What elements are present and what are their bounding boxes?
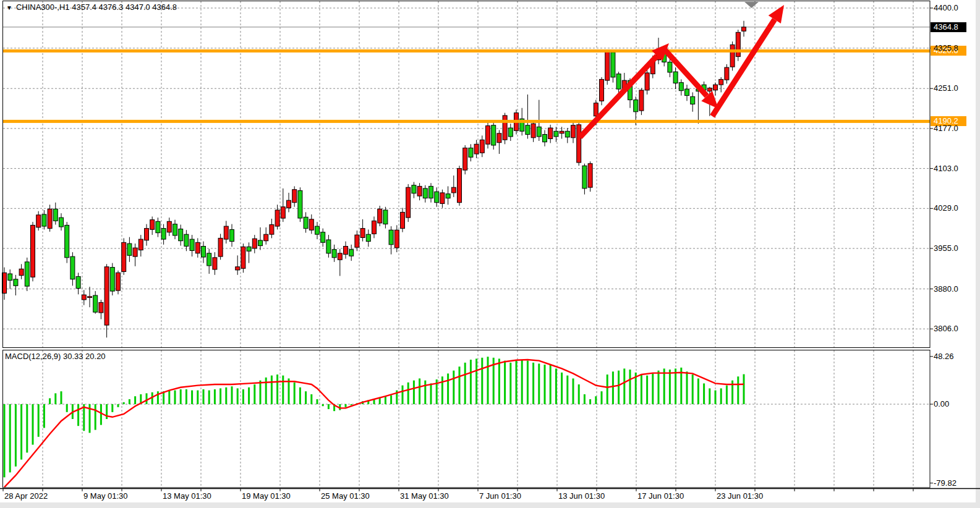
chart-symbol-title: ▼CHINA300-,H1 4357.4 4376.3 4347.0 4364.…: [6, 2, 177, 12]
time-axis-label: 23 Jun 01:30: [717, 492, 763, 501]
time-axis-label: 31 May 01:30: [400, 492, 449, 501]
price-axis-label: 4325.8: [934, 44, 958, 53]
symbol-ohlc-text: CHINA300-,H1 4357.4 4376.3 4347.0 4364.8: [16, 2, 177, 12]
price-axis-label: 3880.0: [934, 285, 958, 294]
time-axis-label: 28 Apr 2022: [4, 492, 48, 501]
price-axis-label: 4400.0: [934, 4, 958, 12]
price-axis-label: 4103.0: [934, 164, 958, 173]
chart-window: ▼CHINA300-,H1 4357.4 4376.3 4347.0 4364.…: [0, 0, 980, 508]
time-axis-label: 13 Jun 01:30: [558, 492, 605, 501]
macd-axis-label: 48.26: [934, 352, 954, 361]
time-axis-label: 9 May 01:30: [83, 492, 128, 501]
price-axis-label: 4029.0: [934, 204, 958, 213]
time-axis-label: 13 May 01:30: [163, 492, 211, 501]
time-axis-label: 25 May 01:30: [321, 492, 370, 501]
price-axis-label: 3955.0: [934, 244, 958, 253]
symbol-marker-icon: ▼: [6, 4, 12, 11]
bid-price-tag: 4364.8: [931, 22, 966, 32]
time-axis-label: 17 Jun 01:30: [637, 492, 684, 501]
macd-indicator-title: MACD(12,26,9) 30.33 20.20: [5, 352, 106, 361]
time-axis-label: 7 Jun 01:30: [479, 492, 521, 501]
chart-canvas[interactable]: [0, 0, 980, 508]
time-axis-label: 19 May 01:30: [242, 492, 291, 501]
price-axis-label: 4177.0: [934, 124, 958, 133]
macd-axis-label: 0.00: [934, 400, 949, 409]
price-axis-label: 3806.0: [934, 324, 958, 333]
macd-axis-label: -79.82: [934, 479, 957, 488]
price-axis-label: 4251.0: [934, 84, 958, 93]
